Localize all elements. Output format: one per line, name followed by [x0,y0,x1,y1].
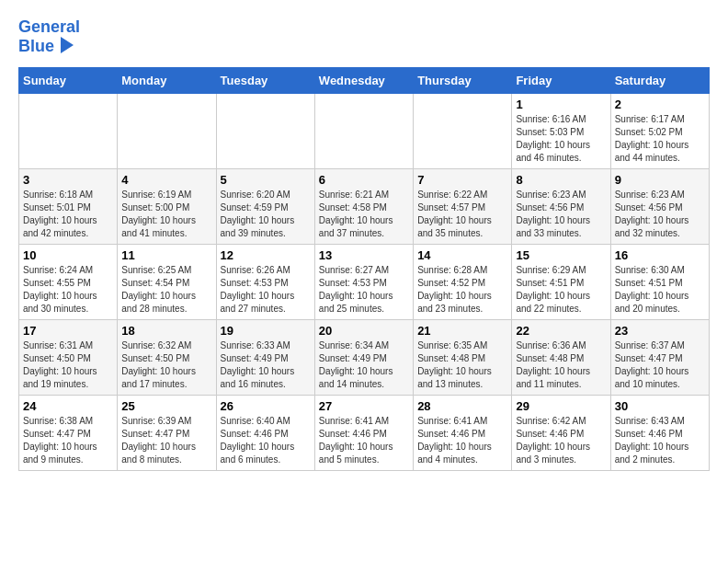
day-info: Sunrise: 6:32 AM Sunset: 4:50 PM Dayligh… [121,339,211,391]
calendar-cell [19,93,118,168]
calendar-cell: 28Sunrise: 6:41 AM Sunset: 4:46 PM Dayli… [414,395,512,470]
calendar-cell: 11Sunrise: 6:25 AM Sunset: 4:54 PM Dayli… [118,244,216,319]
logo: General Blue [18,18,80,58]
day-number: 29 [516,399,606,413]
day-number: 27 [319,399,409,413]
calendar-cell: 10Sunrise: 6:24 AM Sunset: 4:55 PM Dayli… [19,244,118,319]
day-number: 13 [319,248,409,262]
calendar-body: 1Sunrise: 6:16 AM Sunset: 5:03 PM Daylig… [19,93,710,470]
calendar-cell: 21Sunrise: 6:35 AM Sunset: 4:48 PM Dayli… [414,319,512,395]
calendar-cell: 30Sunrise: 6:43 AM Sunset: 4:46 PM Dayli… [610,395,709,470]
weekday-header-friday: Friday [512,67,610,93]
day-number: 5 [221,173,311,187]
calendar-cell: 3Sunrise: 6:18 AM Sunset: 5:01 PM Daylig… [19,168,118,244]
page-header: General Blue [18,18,710,58]
calendar-cell: 6Sunrise: 6:21 AM Sunset: 4:58 PM Daylig… [314,168,413,244]
day-number: 19 [221,324,311,338]
calendar-cell: 26Sunrise: 6:40 AM Sunset: 4:46 PM Dayli… [216,395,314,470]
calendar-cell: 29Sunrise: 6:42 AM Sunset: 4:46 PM Dayli… [512,395,610,470]
day-info: Sunrise: 6:27 AM Sunset: 4:53 PM Dayligh… [319,264,409,316]
day-info: Sunrise: 6:38 AM Sunset: 4:47 PM Dayligh… [23,415,113,466]
day-number: 24 [23,399,113,413]
calendar-week-row: 24Sunrise: 6:38 AM Sunset: 4:47 PM Dayli… [19,395,710,470]
day-number: 2 [615,98,705,111]
day-number: 20 [319,324,409,338]
calendar-cell: 25Sunrise: 6:39 AM Sunset: 4:47 PM Dayli… [118,395,216,470]
day-number: 8 [516,173,606,187]
calendar-cell [118,93,216,168]
day-info: Sunrise: 6:42 AM Sunset: 4:46 PM Dayligh… [516,415,606,466]
calendar-cell [414,93,512,168]
calendar-cell: 7Sunrise: 6:22 AM Sunset: 4:57 PM Daylig… [414,168,512,244]
weekday-header-saturday: Saturday [610,67,709,93]
logo-blue: Blue [18,37,54,55]
calendar-cell: 8Sunrise: 6:23 AM Sunset: 4:56 PM Daylig… [512,168,610,244]
day-number: 17 [23,324,113,338]
day-info: Sunrise: 6:33 AM Sunset: 4:49 PM Dayligh… [221,339,311,391]
day-number: 14 [417,248,507,262]
day-info: Sunrise: 6:23 AM Sunset: 4:56 PM Dayligh… [615,189,705,240]
day-info: Sunrise: 6:25 AM Sunset: 4:54 PM Dayligh… [121,264,211,316]
calendar-header: SundayMondayTuesdayWednesdayThursdayFrid… [19,67,710,93]
day-number: 11 [121,248,211,262]
day-info: Sunrise: 6:31 AM Sunset: 4:50 PM Dayligh… [23,339,113,391]
day-info: Sunrise: 6:18 AM Sunset: 5:01 PM Dayligh… [23,189,113,240]
logo-arrow-icon [61,37,74,53]
logo-text-block: General Blue [18,18,80,58]
day-number: 4 [121,173,211,187]
day-info: Sunrise: 6:43 AM Sunset: 4:46 PM Dayligh… [615,415,705,466]
calendar-cell: 18Sunrise: 6:32 AM Sunset: 4:50 PM Dayli… [118,319,216,395]
day-info: Sunrise: 6:20 AM Sunset: 4:59 PM Dayligh… [221,189,311,240]
day-number: 15 [516,248,606,262]
day-info: Sunrise: 6:37 AM Sunset: 4:47 PM Dayligh… [615,339,705,391]
weekday-header-wednesday: Wednesday [314,67,413,93]
calendar-cell: 27Sunrise: 6:41 AM Sunset: 4:46 PM Dayli… [314,395,413,470]
calendar-cell: 9Sunrise: 6:23 AM Sunset: 4:56 PM Daylig… [610,168,709,244]
calendar-cell [216,93,314,168]
day-number: 3 [23,173,113,187]
calendar-cell: 16Sunrise: 6:30 AM Sunset: 4:51 PM Dayli… [610,244,709,319]
calendar-cell: 1Sunrise: 6:16 AM Sunset: 5:03 PM Daylig… [512,93,610,168]
day-number: 16 [615,248,705,262]
calendar-week-row: 1Sunrise: 6:16 AM Sunset: 5:03 PM Daylig… [19,93,710,168]
weekday-header-row: SundayMondayTuesdayWednesdayThursdayFrid… [19,67,710,93]
day-number: 28 [417,399,507,413]
day-info: Sunrise: 6:22 AM Sunset: 4:57 PM Dayligh… [417,189,507,240]
calendar-cell: 5Sunrise: 6:20 AM Sunset: 4:59 PM Daylig… [216,168,314,244]
day-info: Sunrise: 6:41 AM Sunset: 4:46 PM Dayligh… [319,415,409,466]
day-info: Sunrise: 6:34 AM Sunset: 4:49 PM Dayligh… [319,339,409,391]
day-number: 10 [23,248,113,262]
day-info: Sunrise: 6:40 AM Sunset: 4:46 PM Dayligh… [221,415,311,466]
calendar-cell: 19Sunrise: 6:33 AM Sunset: 4:49 PM Dayli… [216,319,314,395]
day-number: 18 [121,324,211,338]
day-info: Sunrise: 6:26 AM Sunset: 4:53 PM Dayligh… [221,264,311,316]
day-number: 9 [615,173,705,187]
calendar-cell: 23Sunrise: 6:37 AM Sunset: 4:47 PM Dayli… [610,319,709,395]
calendar-cell: 14Sunrise: 6:28 AM Sunset: 4:52 PM Dayli… [414,244,512,319]
calendar-table: SundayMondayTuesdayWednesdayThursdayFrid… [18,67,710,471]
calendar-cell [314,93,413,168]
calendar-cell: 15Sunrise: 6:29 AM Sunset: 4:51 PM Dayli… [512,244,610,319]
weekday-header-sunday: Sunday [19,67,118,93]
calendar-cell: 4Sunrise: 6:19 AM Sunset: 5:00 PM Daylig… [118,168,216,244]
calendar-cell: 2Sunrise: 6:17 AM Sunset: 5:02 PM Daylig… [610,93,709,168]
day-info: Sunrise: 6:28 AM Sunset: 4:52 PM Dayligh… [417,264,507,316]
svg-marker-0 [61,37,74,53]
calendar-cell: 13Sunrise: 6:27 AM Sunset: 4:53 PM Dayli… [314,244,413,319]
weekday-header-tuesday: Tuesday [216,67,314,93]
day-info: Sunrise: 6:24 AM Sunset: 4:55 PM Dayligh… [23,264,113,316]
day-number: 21 [417,324,507,338]
day-info: Sunrise: 6:23 AM Sunset: 4:56 PM Dayligh… [516,189,606,240]
weekday-header-monday: Monday [118,67,216,93]
day-info: Sunrise: 6:21 AM Sunset: 4:58 PM Dayligh… [319,189,409,240]
day-number: 23 [615,324,705,338]
day-info: Sunrise: 6:29 AM Sunset: 4:51 PM Dayligh… [516,264,606,316]
day-info: Sunrise: 6:19 AM Sunset: 5:00 PM Dayligh… [121,189,211,240]
calendar-cell: 17Sunrise: 6:31 AM Sunset: 4:50 PM Dayli… [19,319,118,395]
weekday-header-thursday: Thursday [414,67,512,93]
day-number: 22 [516,324,606,338]
day-number: 7 [417,173,507,187]
calendar-cell: 22Sunrise: 6:36 AM Sunset: 4:48 PM Dayli… [512,319,610,395]
day-info: Sunrise: 6:30 AM Sunset: 4:51 PM Dayligh… [615,264,705,316]
calendar-cell: 24Sunrise: 6:38 AM Sunset: 4:47 PM Dayli… [19,395,118,470]
